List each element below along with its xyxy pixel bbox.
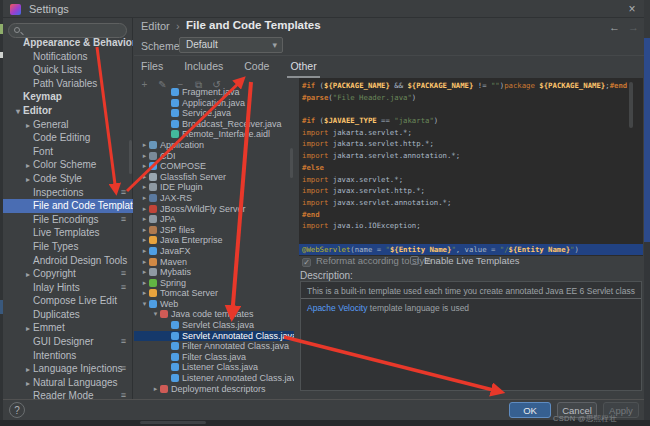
- tab-includes[interactable]: Includes: [184, 59, 223, 76]
- expander-icon[interactable]: ▸: [140, 204, 149, 215]
- sidebar-item-path-variables[interactable]: Path Variables: [3, 77, 133, 91]
- expander-icon[interactable]: ▾: [140, 299, 149, 310]
- sidebar-item-notifications[interactable]: Notifications: [3, 50, 133, 64]
- tree-item-java-enterprise[interactable]: ▸Java Enterprise: [134, 235, 294, 246]
- sidebar-item-intentions[interactable]: Intentions: [3, 349, 133, 363]
- sidebar-item-file-types[interactable]: File Types: [3, 240, 133, 254]
- expander-icon[interactable]: ▸: [23, 377, 33, 390]
- expander-icon[interactable]: ▾: [151, 309, 160, 320]
- sidebar-item-live-templates[interactable]: Live Templates: [3, 226, 133, 240]
- tree-scrollbar[interactable]: [290, 148, 293, 178]
- tree-item-spring[interactable]: ▸Spring: [134, 278, 294, 289]
- scheme-select[interactable]: Default ▾: [179, 37, 283, 53]
- sidebar-scrollbar[interactable]: [129, 140, 132, 174]
- expander-icon[interactable]: ▸: [140, 288, 149, 299]
- tree-item-remote-interface-aidl[interactable]: Remote_Interface.aidl: [134, 129, 294, 140]
- tree-item-listener-annotated-class-java[interactable]: Listener Annotated Class.java: [134, 373, 294, 384]
- expander-icon[interactable]: ▸: [140, 257, 149, 268]
- tree-item-cdi[interactable]: ▸CDI: [134, 151, 294, 162]
- tree-item-compose[interactable]: ▸COMPOSE: [134, 161, 294, 172]
- tree-item-mybatis[interactable]: ▸Mybatis: [134, 267, 294, 278]
- tree-item-maven[interactable]: ▸Maven: [134, 257, 294, 268]
- live-templates-checkbox[interactable]: Enable Live Templates: [410, 255, 519, 266]
- expander-icon[interactable]: ▸: [140, 182, 149, 193]
- tree-item-tomcat-server[interactable]: ▸Tomcat Server: [134, 288, 294, 299]
- expander-icon[interactable]: ▸: [23, 363, 33, 376]
- sidebar-item-inspections[interactable]: Inspections≡: [3, 186, 133, 200]
- back-arrow-icon[interactable]: ←: [609, 21, 620, 33]
- expander-icon[interactable]: ▸: [140, 246, 149, 257]
- tree-item-application-java[interactable]: Application.java: [134, 98, 294, 109]
- tree-item-fragment-java[interactable]: Fragment.java: [134, 87, 294, 98]
- tab-other[interactable]: Other: [290, 59, 316, 76]
- tree-item-web[interactable]: ▾Web: [134, 299, 294, 310]
- sidebar-item-file-encodings[interactable]: File Encodings≡: [3, 213, 133, 227]
- expander-icon[interactable]: ▸: [140, 172, 149, 183]
- expander-icon[interactable]: ▸: [140, 235, 149, 246]
- tree-item-service-java[interactable]: Service.java: [134, 108, 294, 119]
- tree-item-jpa[interactable]: ▸JPA: [134, 214, 294, 225]
- sidebar-item-editor[interactable]: ▾Editor: [3, 104, 133, 118]
- expander-icon[interactable]: ▸: [140, 267, 149, 278]
- sidebar-item-android-design-tools[interactable]: Android Design Tools: [3, 254, 133, 268]
- expander-icon[interactable]: ▾: [13, 105, 23, 118]
- tree-item-glassfish-server[interactable]: ▸Glassfish Server: [134, 172, 294, 183]
- tree-item-filter-annotated-class-java[interactable]: Filter Annotated Class.java: [134, 341, 294, 352]
- tree-item-label: Application: [160, 140, 204, 150]
- expander-icon[interactable]: ▸: [140, 193, 149, 204]
- forward-arrow-icon[interactable]: →: [628, 21, 639, 33]
- expander-icon[interactable]: ▸: [23, 173, 33, 186]
- sidebar-item-copyright[interactable]: ▸Copyright≡: [3, 267, 133, 281]
- tree-item-deployment-descriptors[interactable]: ▸Deployment descriptors: [134, 384, 294, 395]
- tree-item-broadcast-receiver-java[interactable]: Broadcast_Receiver.java: [134, 119, 294, 130]
- sidebar-item-file-and-code-templates[interactable]: File and Code Templates: [3, 199, 133, 213]
- sidebar-item-language-injections[interactable]: ▸Language Injections≡: [3, 362, 133, 376]
- tree-item-ide-plugin[interactable]: ▸IDE Plugin: [134, 182, 294, 193]
- expander-icon[interactable]: ▸: [23, 268, 33, 281]
- expander-icon[interactable]: ▸: [23, 322, 33, 335]
- ok-button[interactable]: OK: [509, 402, 551, 418]
- tree-item-filter-class-java[interactable]: Filter Class.java: [134, 352, 294, 363]
- sidebar-item-code-style[interactable]: ▸Code Style: [3, 172, 133, 186]
- sidebar-item-quick-lists[interactable]: Quick Lists: [3, 63, 133, 77]
- tree-item-javafx[interactable]: ▸JavaFX: [134, 246, 294, 257]
- expander-icon[interactable]: ▸: [23, 119, 33, 132]
- sidebar-item-compose-live-edit[interactable]: Compose Live Edit: [3, 294, 133, 308]
- expander-icon[interactable]: ▸: [140, 161, 149, 172]
- tab-files[interactable]: Files: [141, 59, 163, 76]
- close-icon[interactable]: ×: [624, 1, 640, 17]
- tree-item-jboss-wildfly-server[interactable]: ▸JBoss/WildFly Server: [134, 204, 294, 215]
- tree-item-servlet-annotated-class-java[interactable]: Servlet Annotated Class.java: [134, 331, 294, 342]
- sidebar-item-natural-languages[interactable]: ▸Natural Languages: [3, 376, 133, 390]
- expander-icon[interactable]: ▸: [151, 384, 160, 395]
- expander-icon[interactable]: ▸: [140, 214, 149, 225]
- tree-item-servlet-class-java[interactable]: Servlet Class.java: [134, 320, 294, 331]
- sidebar-item-color-scheme[interactable]: ▸Color Scheme: [3, 158, 133, 172]
- expander-icon[interactable]: ▸: [140, 278, 149, 289]
- expander-icon[interactable]: ▸: [140, 140, 149, 151]
- sidebar-item-general[interactable]: ▸General: [3, 118, 133, 132]
- editor-scrollbar[interactable]: [629, 82, 633, 128]
- sidebar-item-code-editing[interactable]: Code Editing: [3, 131, 133, 145]
- expander-icon[interactable]: ▸: [140, 151, 149, 162]
- expander-icon[interactable]: ▸: [23, 159, 33, 172]
- tree-item-application[interactable]: ▸Application: [134, 140, 294, 151]
- sidebar-item-emmet[interactable]: ▸Emmet: [3, 321, 133, 335]
- sidebar-item-font[interactable]: Font: [3, 145, 133, 159]
- sidebar-item-duplicates[interactable]: Duplicates: [3, 308, 133, 322]
- tab-code[interactable]: Code: [244, 59, 269, 76]
- sidebar-item-label: Color Scheme: [33, 159, 96, 170]
- sidebar-item-keymap[interactable]: Keymap: [3, 90, 133, 104]
- help-button[interactable]: ?: [9, 402, 25, 418]
- sidebar-item-inlay-hints[interactable]: Inlay Hints≡: [3, 281, 133, 295]
- tree-item-jax-rs[interactable]: ▸JAX-RS: [134, 193, 294, 204]
- tree-item-java-code-templates[interactable]: ▾Java code templates: [134, 309, 294, 320]
- sidebar-item-gui-designer[interactable]: GUI Designer≡: [3, 335, 133, 349]
- template-editor[interactable]: #if (${PACKAGE_NAME} && ${PACKAGE_NAME} …: [299, 78, 643, 256]
- sidebar-item-appearance-behavior[interactable]: Appearance & Behavior: [3, 36, 133, 50]
- apache-velocity-link[interactable]: Apache Velocity: [307, 303, 367, 313]
- tree-item-jsp-files[interactable]: ▸JSP files: [134, 225, 294, 236]
- breadcrumb-section[interactable]: Editor: [141, 20, 170, 32]
- expander-icon[interactable]: ▸: [140, 225, 149, 236]
- tree-item-listener-class-java[interactable]: Listener Class.java: [134, 362, 294, 373]
